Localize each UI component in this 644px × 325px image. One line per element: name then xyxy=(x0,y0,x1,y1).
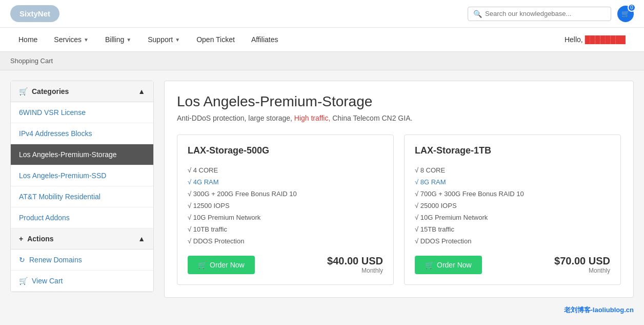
categories-header[interactable]: 🛒 Categories ▲ xyxy=(11,81,153,102)
main-content: Los Angeles-Premium-Storage Anti-DDoS pr… xyxy=(164,81,634,298)
product-2-period: Monthly xyxy=(554,267,610,274)
renew-domains-label: Renew Domains xyxy=(29,256,82,264)
actions-plus-icon: + xyxy=(19,235,23,243)
product-card-1: LAX-Storage-500G √ 4 CORE √ 4G RAM √ 300… xyxy=(177,135,394,285)
sidebar-item-ipv4[interactable]: IPv4 Addresses Blocks xyxy=(11,123,153,144)
nav-item-services[interactable]: Services ▼ xyxy=(46,28,97,51)
logo[interactable]: SixtyNet xyxy=(10,5,59,22)
product-1-pricing: 🛒 Order Now $40.00 USD Monthly xyxy=(188,255,383,274)
sidebar-item-att[interactable]: AT&T Mobility Residential xyxy=(11,186,153,207)
actions-header[interactable]: + Actions ▲ xyxy=(11,228,153,250)
feature-1-3: √ 300G + 200G Free Bonus RAID 10 xyxy=(188,188,383,200)
actions-title-container: + Actions xyxy=(19,235,54,243)
top-right-section: 🔍 🛒 0 xyxy=(468,6,634,22)
support-arrow: ▼ xyxy=(175,37,180,43)
feature-1-7: √ DDOS Protection xyxy=(188,235,383,247)
feature-1-1: √ 4 CORE xyxy=(188,164,383,176)
product-1-price: $40.00 USD xyxy=(327,255,383,267)
product-1-price-block: $40.00 USD Monthly xyxy=(327,255,383,274)
services-arrow: ▼ xyxy=(84,37,89,43)
watermark: 老刘博客-laoliublog.cn xyxy=(564,305,634,308)
sidebar-item-la-ssd[interactable]: Los Angeles-Premium-SSD xyxy=(11,165,153,186)
product-2-name: LAX-Storage-1TB xyxy=(415,145,610,156)
order-label-2: Order Now xyxy=(437,261,472,269)
feature-2-6: √ 15TB traffic xyxy=(415,223,610,235)
actions-chevron: ▲ xyxy=(138,235,145,243)
search-input[interactable] xyxy=(485,10,606,17)
renew-domains-item[interactable]: ↻ Renew Domains xyxy=(11,250,153,271)
product-1-name: LAX-Storage-500G xyxy=(188,145,383,156)
sidebar-item-la-storage[interactable]: Los Angeles-Premium-Storage xyxy=(11,144,153,165)
feature-1-5: √ 10G Premium Network xyxy=(188,212,383,223)
username-redacted: ████████ xyxy=(585,35,626,44)
nav-bar: Home Services ▼ Billing ▼ Support ▼ Open… xyxy=(0,28,644,52)
subtitle-normal: Anti-DDoS protection, large storage, xyxy=(177,114,292,122)
view-cart-label: View Cart xyxy=(32,277,63,285)
feature-2-3: √ 700G + 300G Free Bonus RAID 10 xyxy=(415,188,610,200)
categories-chevron: ▲ xyxy=(138,87,145,95)
product-2-pricing: 🛒 Order Now $70.00 USD Monthly xyxy=(415,255,610,274)
order-button-2[interactable]: 🛒 Order Now xyxy=(415,256,482,274)
feature-1-6: √ 10TB traffic xyxy=(188,223,383,235)
view-cart-icon: 🛒 xyxy=(19,277,28,285)
cart-badge: 0 xyxy=(628,4,636,12)
top-bar: SixtyNet 🔍 🛒 0 xyxy=(0,0,644,28)
nav-item-home[interactable]: Home xyxy=(10,28,46,51)
cart-icon: 🛒 xyxy=(19,87,28,95)
page-subtitle: Anti-DDoS protection, large storage, Hig… xyxy=(177,114,621,122)
feature-2-1: √ 8 CORE xyxy=(415,164,610,176)
search-container: 🔍 xyxy=(468,7,611,21)
feature-1-4: √ 12500 IOPS xyxy=(188,200,383,212)
order-label-1: Order Now xyxy=(210,261,245,269)
feature-2-5: √ 10G Premium Network xyxy=(415,212,610,223)
categories-title-container: 🛒 Categories xyxy=(19,87,69,95)
hello-text: Hello, ████████ xyxy=(556,28,634,51)
nav-item-support[interactable]: Support ▼ xyxy=(139,28,188,51)
product-card-2: LAX-Storage-1TB √ 8 CORE √ 8G RAM √ 700G… xyxy=(404,135,621,285)
order-cart-icon-1: 🛒 xyxy=(198,261,207,269)
nav-links: Home Services ▼ Billing ▼ Support ▼ Open… xyxy=(10,28,287,51)
product-2-price: $70.00 USD xyxy=(554,255,610,267)
search-icon: 🔍 xyxy=(473,10,482,18)
page-title: Los Angeles-Premium-Storage xyxy=(177,93,621,110)
subtitle-highlight: High traffic, xyxy=(294,114,331,122)
cart-button[interactable]: 🛒 0 xyxy=(617,6,634,22)
nav-item-billing[interactable]: Billing ▼ xyxy=(97,28,139,51)
order-cart-icon-2: 🛒 xyxy=(425,261,434,269)
billing-arrow: ▼ xyxy=(126,37,131,43)
feature-2-4: √ 25000 IOPS xyxy=(415,200,610,212)
view-cart-item[interactable]: 🛒 View Cart xyxy=(11,271,153,292)
product-2-features: √ 8 CORE √ 8G RAM √ 700G + 300G Free Bon… xyxy=(415,164,610,247)
products-grid: LAX-Storage-500G √ 4 CORE √ 4G RAM √ 300… xyxy=(177,135,621,285)
categories-label: Categories xyxy=(32,87,69,95)
feature-2-2: √ 8G RAM xyxy=(415,176,610,188)
product-1-features: √ 4 CORE √ 4G RAM √ 300G + 200G Free Bon… xyxy=(188,164,383,247)
sidebar-item-product-addons[interactable]: Product Addons xyxy=(11,207,153,228)
nav-item-open-ticket[interactable]: Open Ticket xyxy=(188,28,243,51)
actions-label: Actions xyxy=(27,235,53,243)
main-layout: 🛒 Categories ▲ 6WIND VSR License IPv4 Ad… xyxy=(0,70,644,308)
product-1-period: Monthly xyxy=(327,267,383,274)
renew-icon: ↻ xyxy=(19,256,25,264)
sidebar-item-6wind[interactable]: 6WIND VSR License xyxy=(11,102,153,123)
feature-2-7: √ DDOS Protection xyxy=(415,235,610,247)
sidebar: 🛒 Categories ▲ 6WIND VSR License IPv4 Ad… xyxy=(10,81,154,292)
product-2-price-block: $70.00 USD Monthly xyxy=(554,255,610,274)
nav-item-affiliates[interactable]: Affiliates xyxy=(243,28,287,51)
feature-1-2: √ 4G RAM xyxy=(188,176,383,188)
order-button-1[interactable]: 🛒 Order Now xyxy=(188,256,255,274)
breadcrumb: Shopping Cart xyxy=(0,52,644,70)
subtitle-end: China Telecom CN2 GIA. xyxy=(332,114,412,122)
